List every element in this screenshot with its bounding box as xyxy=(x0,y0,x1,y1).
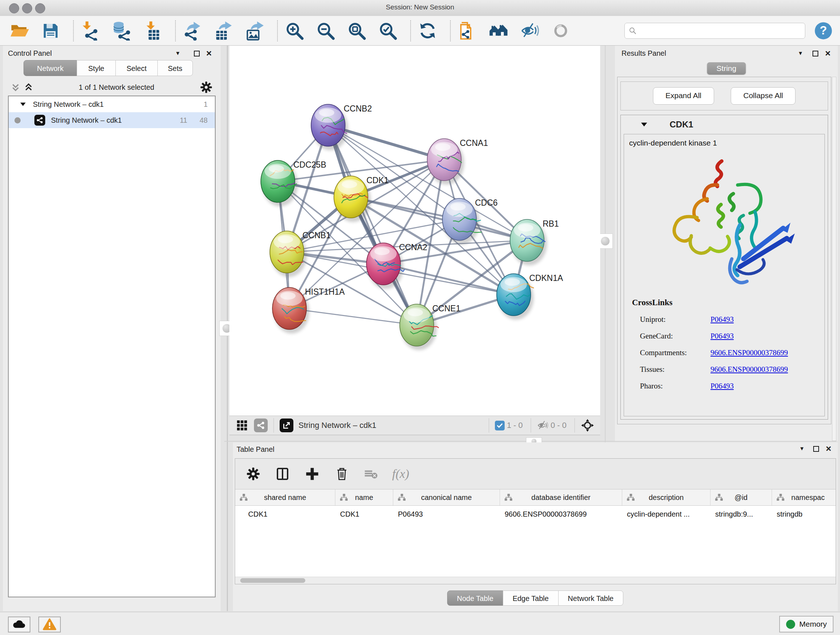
expand-all-button[interactable]: Expand All xyxy=(653,87,714,105)
toolbar-search[interactable] xyxy=(624,23,805,39)
table-panel-float-icon[interactable] xyxy=(813,446,819,452)
import-table-button[interactable] xyxy=(142,21,163,41)
search-input[interactable] xyxy=(637,26,805,35)
table-panel-close-icon[interactable]: × xyxy=(826,446,831,451)
eye-slash-icon xyxy=(522,23,538,36)
results-tab-string[interactable]: String xyxy=(707,62,746,74)
control-panel-collapse-icon[interactable]: ▼ xyxy=(175,50,180,56)
table-row[interactable]: CDK1CDK1P064939606.ENSP00000378699cyclin… xyxy=(235,506,836,523)
search-icon xyxy=(628,27,637,35)
expand-all-chevron-icon[interactable] xyxy=(24,82,33,92)
network-edge-CDK1-RB1[interactable] xyxy=(351,197,527,241)
zoom-out-button[interactable] xyxy=(316,21,336,41)
toggle-graphics-details-button[interactable] xyxy=(519,21,540,41)
network-node-HIST1H1A[interactable] xyxy=(272,287,306,329)
crosslink-genecard-link[interactable]: P06493 xyxy=(711,332,734,340)
zoom-fit-button[interactable] xyxy=(347,21,367,41)
results-panel-collapse-icon[interactable]: ▼ xyxy=(798,50,803,56)
export-table-button[interactable] xyxy=(213,21,234,41)
node-label-HIST1H1A: HIST1H1A xyxy=(305,287,345,296)
table-header-row: shared namenamecanonical namedatabase id… xyxy=(235,489,836,506)
node-label-CCNE1: CCNE1 xyxy=(432,304,461,313)
tab-network[interactable]: Network xyxy=(24,60,77,76)
crosslink-uniprot-link[interactable]: P06493 xyxy=(711,315,734,324)
control-panel-float-icon[interactable] xyxy=(194,51,200,57)
protein-structure-image xyxy=(646,150,802,296)
crosslink-pharos-link[interactable]: P06493 xyxy=(711,382,734,391)
control-panel-close-icon[interactable]: × xyxy=(206,50,212,56)
gene-section-header[interactable]: CDK1 xyxy=(621,115,828,134)
table-panel-collapse-icon[interactable]: ▼ xyxy=(799,445,805,451)
main-toolbar xyxy=(0,16,840,46)
node-label-RB1: RB1 xyxy=(543,219,559,228)
column-header-name[interactable]: name xyxy=(335,489,393,505)
view-grid-icon[interactable] xyxy=(237,420,248,431)
column-header-canonical-name[interactable]: canonical name xyxy=(393,489,500,505)
zoom-selected-button[interactable] xyxy=(378,21,398,41)
table-options-gear-icon[interactable] xyxy=(246,467,261,481)
column-header-@id[interactable]: @id xyxy=(710,489,772,505)
crosslink-compartments-link[interactable]: 9606.ENSP00000378699 xyxy=(711,348,788,357)
collapse-all-button[interactable]: Collapse All xyxy=(731,87,796,105)
results-panel-scrollbar[interactable] xyxy=(832,77,836,441)
detach-view-icon[interactable] xyxy=(279,418,294,432)
network-row-selected[interactable]: String Network – cdk1 11 48 xyxy=(9,112,215,128)
cloud-status-button[interactable] xyxy=(8,616,30,632)
fit-selected-crosshair-icon[interactable] xyxy=(581,418,594,432)
delete-column-trash-icon[interactable] xyxy=(334,466,349,481)
import-network-file-button[interactable] xyxy=(80,21,101,41)
create-column-plus-icon[interactable] xyxy=(305,466,320,481)
network-canvas[interactable]: CCNB2CCNA1CDC25BCDK1CDC6RB1CCNB1CCNA2CDK… xyxy=(229,46,600,416)
crosslink-row: Pharos:P06493 xyxy=(632,378,788,394)
crosslink-tissues-link[interactable]: 9606.ENSP00000378699 xyxy=(711,365,788,374)
export-image-button[interactable] xyxy=(245,21,265,41)
results-panel-close-icon[interactable]: × xyxy=(825,50,831,56)
column-header-database-identifier[interactable]: database identifier xyxy=(500,489,622,505)
tab-sets[interactable]: Sets xyxy=(157,60,193,76)
node-label-CCNB1: CCNB1 xyxy=(302,231,331,240)
tab-select[interactable]: Select xyxy=(115,60,158,76)
column-header-shared-name[interactable]: shared name xyxy=(235,489,335,505)
tab-edge-table[interactable]: Edge Table xyxy=(503,591,559,606)
memory-button[interactable]: Memory xyxy=(779,616,834,632)
hidden-eye-icon[interactable] xyxy=(537,420,548,431)
tab-network-table[interactable]: Network Table xyxy=(558,591,623,606)
table-horizontal-scrollbar[interactable] xyxy=(235,577,836,584)
gene-name: CDK1 xyxy=(669,119,693,130)
gallery-home-button[interactable] xyxy=(488,21,508,41)
results-panel-float-icon[interactable] xyxy=(813,51,818,57)
tab-node-table[interactable]: Node Table xyxy=(447,591,503,606)
attribute-tree-icon xyxy=(627,494,635,501)
table-panel-tabs: Node TableEdge TableNetwork Table xyxy=(447,591,623,606)
birds-eye-share-icon[interactable] xyxy=(254,418,268,432)
table-cell: P06493 xyxy=(393,510,500,518)
collection-expander-icon[interactable] xyxy=(20,103,26,106)
memory-status-dot-icon xyxy=(786,620,795,629)
network-options-gear-icon[interactable] xyxy=(200,81,213,94)
scrollbar-thumb[interactable] xyxy=(240,578,305,583)
help-button[interactable] xyxy=(813,21,834,41)
collapse-all-chevron-icon[interactable] xyxy=(11,82,20,92)
import-network-database-button[interactable] xyxy=(111,21,132,41)
export-network-button[interactable] xyxy=(182,21,202,41)
save-session-button[interactable] xyxy=(41,21,61,41)
tab-style[interactable]: Style xyxy=(77,60,116,76)
crosslink-label: Uniprot: xyxy=(640,315,711,324)
warnings-button[interactable] xyxy=(38,616,61,632)
zoom-in-button[interactable] xyxy=(284,21,305,41)
selected-checkbox-icon[interactable] xyxy=(495,421,505,431)
refresh-view-button[interactable] xyxy=(417,21,438,41)
zoom-fit-icon xyxy=(350,24,365,38)
column-header-description[interactable]: description xyxy=(622,489,710,505)
column-header-namespac[interactable]: namespac xyxy=(772,489,836,505)
attribute-tree-icon xyxy=(240,494,248,501)
show-columns-icon[interactable] xyxy=(275,466,290,481)
network-collection-row[interactable]: String Network – cdk1 1 xyxy=(9,96,215,112)
network-node-CCNA1[interactable] xyxy=(427,139,462,181)
network-node-CCNB1[interactable] xyxy=(270,231,304,273)
network-node-CDK1[interactable] xyxy=(334,176,368,218)
attribute-tree-icon xyxy=(504,494,513,501)
open-session-button[interactable] xyxy=(9,21,30,41)
gene-section-expander-icon[interactable] xyxy=(641,122,647,127)
share-document-button[interactable] xyxy=(457,21,477,41)
